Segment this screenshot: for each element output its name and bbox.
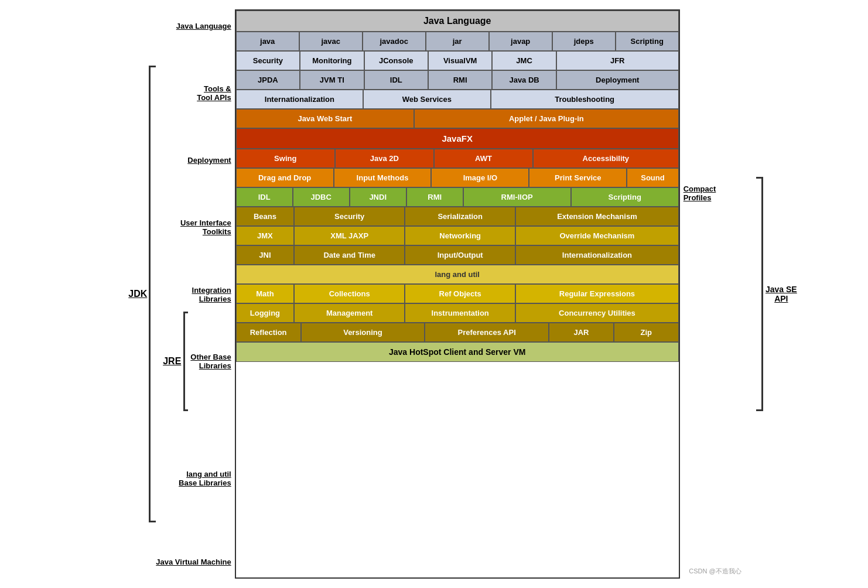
cell-jdbc: JDBC (293, 187, 350, 207)
cell-javadb: Java DB (492, 70, 556, 90)
jdk-label: JDK (128, 289, 147, 299)
cell-ref-objects: Ref Objects (405, 284, 515, 303)
cell-zip: Zip (614, 323, 679, 342)
cell-accessibility: Accessibility (533, 149, 679, 168)
cell-scripting-tools: Scripting (616, 32, 679, 51)
cell-image-io: Image I/O (431, 168, 529, 187)
cell-reflection: Reflection (236, 323, 301, 342)
cell-input-output: Input/Output (405, 245, 515, 265)
cell-jar: jar (426, 32, 489, 51)
cell-regular-expressions: Regular Expressions (515, 284, 679, 303)
cell-rmi-int: RMI (406, 187, 463, 207)
jvm-label: Java Virtual Machine (156, 558, 231, 566)
cell-sound: Sound (627, 168, 678, 187)
cell-monitoring: Monitoring (300, 51, 364, 70)
ui-row2: Drag and Drop Input Methods Image I/O Pr… (236, 168, 679, 187)
cell-jconsole: JConsole (364, 51, 428, 70)
cell-collections: Collections (294, 284, 405, 303)
java-se-api-label: Java SE API (766, 285, 797, 303)
ui-row1: Swing Java 2D AWT Accessibility (236, 149, 679, 168)
cell-jndi: JNDI (350, 187, 406, 207)
cell-security-base: Security (294, 207, 405, 226)
cell-xml-jaxp: XML JAXP (294, 226, 405, 245)
lang-util-header-row: lang and util (236, 265, 679, 284)
other-base-row1: Beans Security Serialization Extension M… (236, 207, 679, 226)
cell-instrumentation: Instrumentation (405, 303, 515, 323)
cell-rmi-tools: RMI (428, 70, 492, 90)
cell-troubleshooting: Troubleshooting (491, 90, 679, 109)
cell-scripting-int: Scripting (571, 187, 679, 207)
cell-input-methods: Input Methods (334, 168, 432, 187)
cell-jvmti: JVM TI (300, 70, 364, 90)
cell-applet: Applet / Java Plug-in (414, 109, 679, 128)
cell-internationalization-tools: Internationalization (236, 90, 363, 109)
cell-jmx: JMX (236, 226, 295, 245)
cell-jfr: JFR (556, 51, 679, 70)
cell-logging: Logging (236, 303, 295, 323)
cell-math: Math (236, 284, 295, 303)
cell-java2d: Java 2D (335, 149, 434, 168)
cell-beans: Beans (236, 207, 295, 226)
watermark: CSDN @不造我心 (689, 567, 741, 576)
deployment-label: Deployment (187, 156, 231, 165)
cell-preferences-api: Preferences API (425, 323, 549, 342)
tools-row2: Security Monitoring JConsole VisualVM JM… (236, 51, 679, 70)
cell-jni: JNI (236, 245, 295, 265)
tools-row4: Internationalization Web Services Troubl… (236, 90, 679, 109)
cell-javap: javap (489, 32, 552, 51)
cell-override-mechanism: Override Mechanism (515, 226, 679, 245)
tools-label: Tools & Tool APIs (197, 84, 231, 102)
cell-visualvm: VisualVM (428, 51, 492, 70)
cell-versioning: Versioning (301, 323, 425, 342)
tools-row3: JPDA JVM TI IDL RMI Java DB Deployment (236, 70, 679, 90)
cell-jmc: JMC (492, 51, 556, 70)
cell-deployment-tools: Deployment (556, 70, 679, 90)
cell-security: Security (236, 51, 300, 70)
cell-date-time: Date and Time (294, 245, 405, 265)
cell-extension-mechanism: Extension Mechanism (515, 207, 679, 226)
cell-javac: javac (299, 32, 363, 51)
cell-rmiiiop: RMI-IIOP (463, 187, 571, 207)
java-language-header: Java Language (236, 11, 679, 32)
cell-jdeps: jdeps (552, 32, 616, 51)
java-language-label: Java Language (176, 22, 231, 30)
lang-util-row2: Logging Management Instrumentation Concu… (236, 303, 679, 323)
cell-java-web-start: Java Web Start (236, 109, 414, 128)
cell-drag-drop: Drag and Drop (236, 168, 334, 187)
ui-toolkits-label: User Interface Toolkits (180, 218, 231, 236)
cell-jvm: Java HotSpot Client and Server VM (236, 342, 679, 362)
lang-util-row1: Math Collections Ref Objects Regular Exp… (236, 284, 679, 303)
cell-jar: JAR (549, 323, 614, 342)
java-language-header-row: Java Language (236, 11, 679, 32)
other-base-label: Other Base Libraries (190, 353, 231, 370)
jvm-row: Java HotSpot Client and Server VM (236, 342, 679, 362)
compact-profiles-label: Compact Profiles (684, 184, 716, 202)
cell-print-service: Print Service (529, 168, 627, 187)
cell-idl-int: IDL (236, 187, 293, 207)
cell-jpda: JPDA (236, 70, 300, 90)
deployment-row: Java Web Start Applet / Java Plug-in (236, 109, 679, 128)
integration-row: IDL JDBC JNDI RMI RMI-IIOP Scripting (236, 187, 679, 207)
lang-util-row3: Reflection Versioning Preferences API JA… (236, 323, 679, 342)
cell-lang-util-header: lang and util (236, 265, 679, 284)
cell-serialization: Serialization (405, 207, 515, 226)
cell-web-services: Web Services (363, 90, 490, 109)
cell-concurrency-utilities: Concurrency Utilities (515, 303, 679, 323)
other-base-row2: JMX XML JAXP Networking Override Mechani… (236, 226, 679, 245)
lang-util-label: lang and util Base Libraries (179, 470, 231, 487)
cell-awt: AWT (434, 149, 533, 168)
cell-management: Management (294, 303, 405, 323)
cell-javadoc: javadoc (363, 32, 426, 51)
cell-swing: Swing (236, 149, 335, 168)
cell-internationalization-base: Internationalization (515, 245, 679, 265)
other-base-row3: JNI Date and Time Input/Output Internati… (236, 245, 679, 265)
jre-label: JRE (163, 356, 181, 367)
cell-javafx: JavaFX (236, 128, 679, 149)
integration-label: Integration Libraries (192, 286, 231, 303)
javafx-row: JavaFX (236, 128, 679, 149)
main-diagram: Java Language java javac javadoc jar jav… (235, 9, 680, 579)
cell-java: java (236, 32, 299, 51)
cell-idl-tools: IDL (364, 70, 428, 90)
tools-row1: java javac javadoc jar javap jdeps Scrip… (236, 32, 679, 51)
cell-networking: Networking (405, 226, 515, 245)
